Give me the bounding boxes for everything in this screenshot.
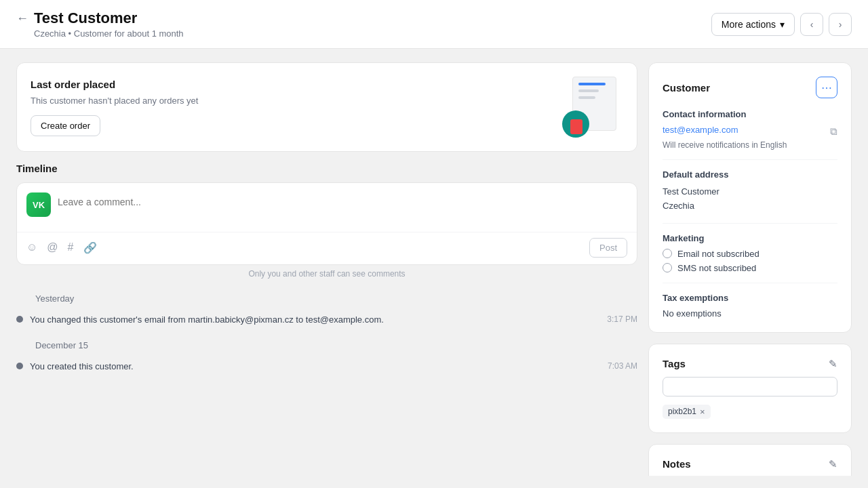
- last-order-heading: Last order placed: [31, 79, 198, 90]
- tags-edit-icon[interactable]: ✎: [829, 358, 837, 370]
- last-order-left: Last order placed This customer hasn't p…: [31, 79, 198, 136]
- marketing-heading: Marketing: [663, 233, 837, 243]
- page-title: Test Customer: [34, 9, 137, 27]
- customer-email[interactable]: test@example.com: [663, 125, 738, 135]
- customer-card-title: Customer: [663, 82, 710, 94]
- timeline-events: Yesterday You changed this customer's em…: [16, 293, 637, 375]
- create-order-button[interactable]: Create order: [31, 115, 100, 136]
- mention-icon[interactable]: @: [47, 241, 58, 254]
- divider-1: [663, 159, 837, 160]
- avatar: VK: [26, 192, 51, 217]
- notes-edit-icon[interactable]: ✎: [829, 458, 837, 470]
- timeline-date-yesterday: Yesterday: [35, 293, 637, 304]
- back-button[interactable]: ←: [16, 12, 28, 24]
- illus-rect: [570, 119, 583, 134]
- radio-sms: [663, 263, 672, 272]
- contact-heading: Contact information: [663, 109, 837, 119]
- copy-icon[interactable]: ⧉: [830, 125, 837, 138]
- comment-box: VK ☺ @ # 🔗 Post: [16, 182, 637, 265]
- notes-card: Notes ✎ This customer doesn't have notes: [648, 444, 852, 476]
- left-column: Last order placed This customer hasn't p…: [16, 62, 637, 476]
- tags-title: Tags: [663, 358, 686, 369]
- timeline-event-time: 3:17 PM: [607, 314, 637, 324]
- tags-input[interactable]: [663, 377, 837, 396]
- staff-note: Only you and other staff can see comment…: [16, 265, 637, 283]
- main-content: Last order placed This customer hasn't p…: [0, 49, 868, 488]
- tag-label: pixb2b1: [668, 407, 696, 416]
- timeline-section: Timeline VK ☺ @ # 🔗 Post Only you: [16, 163, 637, 375]
- top-bar-left: ← Test Customer Czechia • Customer for a…: [16, 9, 184, 39]
- link-icon[interactable]: 🔗: [83, 241, 97, 254]
- notes-header: Notes ✎: [663, 458, 837, 470]
- comment-toolbar: ☺ @ # 🔗 Post: [17, 232, 637, 264]
- order-illustration: [562, 77, 623, 138]
- nav-prev-button[interactable]: ‹: [800, 13, 823, 36]
- address-line1: Test Customer: [663, 186, 719, 197]
- tag-remove-button[interactable]: ×: [700, 407, 705, 417]
- divider-3: [663, 283, 837, 283]
- illus-line-gray: [578, 89, 599, 92]
- notes-title: Notes: [663, 458, 691, 470]
- top-bar-right: More actions ▾ ‹ ›: [711, 13, 852, 36]
- right-column: Customer ⋯ Contact information test@exam…: [648, 62, 852, 476]
- illus-line-blue: [578, 83, 606, 85]
- marketing-email-label: Email not subscribed: [677, 249, 760, 259]
- address-heading: Default address: [663, 169, 837, 180]
- divider-2: [663, 223, 837, 224]
- timeline-date-dec15: December 15: [35, 340, 637, 350]
- radio-email: [663, 249, 672, 258]
- tax-heading: Tax exemptions: [663, 293, 837, 303]
- contact-note: Will receive notifications in English: [663, 140, 837, 150]
- page-subtitle: Czechia • Customer for about 1 month: [34, 28, 184, 39]
- chevron-down-icon: ▾: [780, 19, 785, 30]
- address-text: Test Customer Czechia: [663, 185, 837, 214]
- title-row: ← Test Customer: [16, 9, 184, 27]
- tag-chip: pixb2b1 ×: [663, 405, 711, 419]
- timeline-event-text-2: You created this customer.: [30, 360, 601, 373]
- marketing-sms-label: SMS not subscribed: [677, 263, 756, 273]
- address-line2: Czechia: [663, 201, 694, 211]
- emoji-icon[interactable]: ☺: [26, 241, 37, 254]
- post-button[interactable]: Post: [589, 238, 627, 258]
- timeline-event-text: You changed this customer's email from m…: [30, 313, 600, 327]
- customer-card: Customer ⋯ Contact information test@exam…: [648, 62, 852, 333]
- hashtag-icon[interactable]: #: [68, 241, 74, 254]
- top-bar: ← Test Customer Czechia • Customer for a…: [0, 0, 868, 49]
- comment-input-row: VK: [17, 183, 637, 232]
- nav-next-button[interactable]: ›: [829, 13, 852, 36]
- marketing-sms-item: SMS not subscribed: [663, 263, 837, 273]
- more-actions-button[interactable]: More actions ▾: [711, 13, 795, 36]
- tax-value: No exemptions: [663, 308, 837, 319]
- three-dot-button[interactable]: ⋯: [816, 77, 837, 98]
- timeline-event-2: You created this customer. 7:03 AM: [16, 357, 637, 376]
- timeline-event-time-2: 7:03 AM: [608, 361, 637, 371]
- more-actions-label: More actions: [722, 19, 776, 30]
- timeline-heading: Timeline: [16, 163, 637, 174]
- last-order-card: Last order placed This customer hasn't p…: [16, 62, 637, 152]
- timeline-dot-2: [16, 363, 23, 369]
- timeline-dot: [16, 316, 23, 323]
- comment-tools: ☺ @ # 🔗: [26, 241, 97, 254]
- illus-line-gray2: [578, 96, 595, 99]
- tags-card: Tags ✎ pixb2b1 ×: [648, 344, 852, 433]
- marketing-email-item: Email not subscribed: [663, 249, 837, 259]
- last-order-description: This customer hasn't placed any orders y…: [31, 96, 198, 106]
- timeline-event: You changed this customer's email from m…: [16, 310, 637, 329]
- comment-input[interactable]: [58, 192, 627, 222]
- tags-header: Tags ✎: [663, 358, 837, 370]
- customer-card-header: Customer ⋯: [663, 77, 837, 98]
